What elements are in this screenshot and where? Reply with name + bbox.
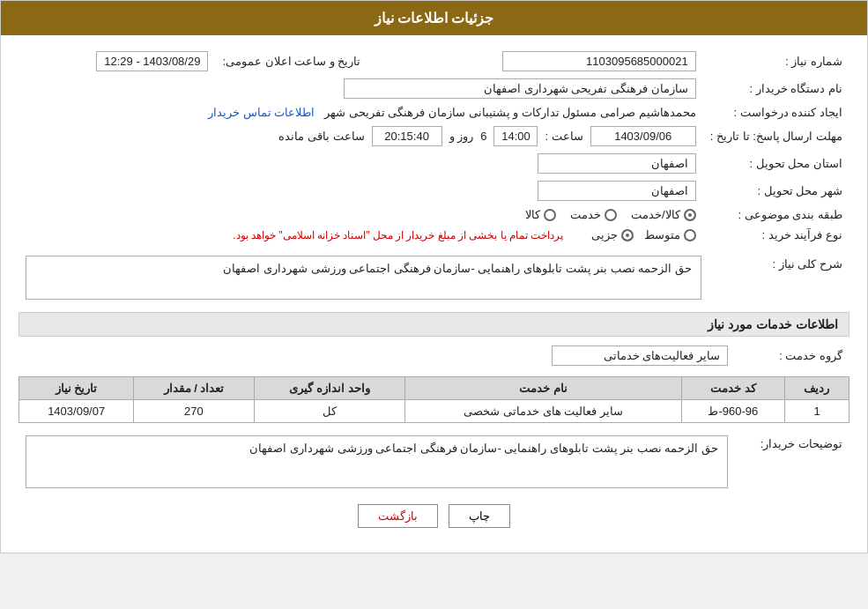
page-wrapper: جزئیات اطلاعات نیاز شماره نیاز : 1103095… bbox=[0, 0, 868, 553]
footer-buttons: چاپ بازگشت bbox=[19, 504, 849, 528]
baqi-value: 20:15:40 bbox=[372, 126, 442, 146]
row-dasteghah: نام دستگاه خریدار : سازمان فرهنگی تفریحی… bbox=[19, 75, 849, 102]
radio-khedmat-item[interactable]: خدمت bbox=[570, 208, 617, 221]
row-ijad: ایجاد کننده درخواست : محمدهاشیم صرامی مس… bbox=[19, 102, 849, 123]
radio-kala-circle bbox=[544, 209, 556, 221]
back-button[interactable]: بازگشت bbox=[358, 504, 438, 528]
radio-kala-khedmat-label: کالا/خدمت bbox=[631, 208, 680, 221]
shahr-value: اصفهان bbox=[538, 181, 696, 201]
dasteghah-value-cell: سازمان فرهنگی تفریحی شهرداری اصفهان bbox=[19, 75, 703, 102]
row-sharh: شرح کلی نیاز : حق الزحمه نصب بنر پشت تاب… bbox=[19, 252, 849, 303]
ijad-value: محمدهاشیم صرامی مسئول تداركات و پشتیبانی… bbox=[324, 106, 696, 119]
sharh-value: حق الزحمه نصب بنر پشت تابلوهای راهنمایی … bbox=[26, 256, 701, 300]
tawzih-value: حق الزحمه نصب بنر پشت تابلوهای راهنمایی … bbox=[26, 435, 728, 488]
row-mohlat: مهلت ارسال پاسخ: تا تاریخ : 1403/09/06 س… bbox=[19, 123, 849, 150]
radio-kala-khedmat-circle bbox=[684, 209, 696, 221]
radio-khedmat-label: خدمت bbox=[570, 208, 601, 221]
farayand-motawaset-item[interactable]: متوسط bbox=[644, 228, 696, 241]
sharh-value-cell: حق الزحمه نصب بنر پشت تابلوهای راهنمایی … bbox=[19, 252, 708, 303]
rooz-label: روز و bbox=[449, 130, 474, 143]
saat-label: ساعت : bbox=[545, 130, 582, 143]
tabaqe-radios: کالا/خدمت خدمت کالا bbox=[26, 208, 696, 221]
cell-kod: 960-96-ط bbox=[681, 400, 784, 423]
row-farayand: نوع فرآیند خرید : متوسط جزیی پرداخت تمام… bbox=[19, 225, 849, 245]
farayand-text: پرداخت تمام یا بخشی از مبلغ خریدار از مح… bbox=[233, 229, 563, 241]
ijad-label: ایجاد کننده درخواست : bbox=[703, 102, 849, 123]
niaz-value: 1103095685000021 bbox=[502, 51, 696, 71]
tarikh-label: تاریخ و ساعت اعلان عمومی: bbox=[215, 48, 378, 75]
baqi-label: ساعت باقی مانده bbox=[278, 130, 364, 143]
farayand-jozi-item[interactable]: جزیی bbox=[591, 228, 634, 241]
ostan-value-cell: اصفهان bbox=[19, 150, 703, 177]
farayand-motawaset-label: متوسط bbox=[644, 228, 680, 241]
niaz-value-cell: 1103095685000021 bbox=[379, 48, 703, 75]
ostan-value: اصفهان bbox=[538, 153, 696, 174]
row-tabaqe: طبقه بندی موضوعی : کالا/خدمت خدمت bbox=[19, 204, 849, 225]
tabaqe-value-cell: کالا/خدمت خدمت کالا bbox=[19, 204, 703, 225]
gorohe-value-cell: سایر فعالیت‌های خدماتی bbox=[19, 342, 735, 369]
khedmat-section-header: اطلاعات خدمات مورد نیاز bbox=[19, 312, 849, 337]
farayand-label: نوع فرآیند خرید : bbox=[703, 225, 849, 245]
col-name: نام خدمت bbox=[405, 377, 681, 400]
page-title: جزئیات اطلاعات نیاز bbox=[375, 11, 494, 26]
niaz-label: شماره نیاز : bbox=[703, 48, 849, 75]
gorohe-table: گروه خدمت : سایر فعالیت‌های خدماتی bbox=[19, 342, 849, 369]
radio-kala-khedmat-item[interactable]: کالا/خدمت bbox=[631, 208, 696, 221]
sharh-label: شرح کلی نیاز : bbox=[708, 252, 849, 303]
shahr-label: شهر محل تحویل : bbox=[703, 177, 849, 204]
row-tawzih: توضیحات خریدار: حق الزحمه نصب بنر پشت تا… bbox=[19, 432, 849, 492]
date-value: 1403/09/06 bbox=[590, 126, 696, 146]
table-row: 1960-96-طسایر فعالیت های خدماتی شخصیکل27… bbox=[19, 400, 849, 423]
cell-name: سایر فعالیت های خدماتی شخصی bbox=[405, 400, 681, 423]
services-header-row: ردیف کد خدمت نام خدمت واحد اندازه گیری ت… bbox=[19, 377, 849, 400]
col-radif: ردیف bbox=[784, 377, 849, 400]
radio-kala-label: کالا bbox=[525, 208, 540, 221]
radio-khedmat-circle bbox=[605, 209, 617, 221]
cell-tedad: 270 bbox=[134, 400, 254, 423]
cell-radif: 1 bbox=[784, 400, 849, 423]
ijad-link[interactable]: اطلاعات تماس خریدار bbox=[208, 106, 315, 119]
page-header: جزئیات اطلاعات نیاز bbox=[1, 1, 867, 35]
cell-tarikh: 1403/09/07 bbox=[19, 400, 134, 423]
col-tarikh: تاریخ نیاز bbox=[19, 377, 134, 400]
mohlat-row: 1403/09/06 ساعت : 14:00 6 روز و 20:15:40… bbox=[26, 126, 696, 146]
sharh-table: شرح کلی نیاز : حق الزحمه نصب بنر پشت تاب… bbox=[19, 252, 849, 303]
tawzih-table: توضیحات خریدار: حق الزحمه نصب بنر پشت تا… bbox=[19, 432, 849, 492]
dasteghah-value: سازمان فرهنگی تفریحی شهرداری اصفهان bbox=[344, 78, 696, 99]
farayand-motawaset-circle bbox=[684, 229, 696, 241]
services-table-body: 1960-96-طسایر فعالیت های خدماتی شخصیکل27… bbox=[19, 400, 849, 423]
row-ostan: استان محل تحویل : اصفهان bbox=[19, 150, 849, 177]
tabaqe-label: طبقه بندی موضوعی : bbox=[703, 204, 849, 225]
ijad-value-cell: محمدهاشیم صرامی مسئول تداركات و پشتیبانی… bbox=[19, 102, 703, 123]
mohlat-label: مهلت ارسال پاسخ: تا تاریخ : bbox=[703, 123, 849, 150]
saat-value: 14:00 bbox=[493, 126, 538, 146]
mohlat-value-cell: 1403/09/06 ساعت : 14:00 6 روز و 20:15:40… bbox=[19, 123, 703, 150]
farayand-value-cell: متوسط جزیی پرداخت تمام یا بخشی از مبلغ خ… bbox=[19, 225, 703, 245]
main-info-table: شماره نیاز : 1103095685000021 تاریخ و سا… bbox=[19, 48, 849, 245]
rooz-value: 6 bbox=[480, 130, 486, 143]
content-area: شماره نیاز : 1103095685000021 تاریخ و سا… bbox=[1, 35, 867, 553]
row-shahr: شهر محل تحویل : اصفهان bbox=[19, 177, 849, 204]
services-table-head: ردیف کد خدمت نام خدمت واحد اندازه گیری ت… bbox=[19, 377, 849, 400]
dasteghah-label: نام دستگاه خریدار : bbox=[703, 75, 849, 102]
col-kod: کد خدمت bbox=[681, 377, 784, 400]
gorohe-value: سایر فعالیت‌های خدماتی bbox=[552, 345, 728, 366]
tarikh-value: 1403/08/29 - 12:29 bbox=[96, 51, 208, 71]
tarikh-value-cell: 1403/08/29 - 12:29 bbox=[19, 48, 215, 75]
farayand-jozi-label: جزیی bbox=[591, 228, 618, 241]
shahr-value-cell: اصفهان bbox=[19, 177, 703, 204]
services-table: ردیف کد خدمت نام خدمت واحد اندازه گیری ت… bbox=[19, 376, 849, 423]
ostan-label: استان محل تحویل : bbox=[703, 150, 849, 177]
print-button[interactable]: چاپ bbox=[449, 504, 510, 528]
row-niaz: شماره نیاز : 1103095685000021 تاریخ و سا… bbox=[19, 48, 849, 75]
row-gorohe: گروه خدمت : سایر فعالیت‌های خدماتی bbox=[19, 342, 849, 369]
gorohe-label: گروه خدمت : bbox=[735, 342, 849, 369]
col-tedad: تعداد / مقدار bbox=[134, 377, 254, 400]
radio-kala-item[interactable]: کالا bbox=[525, 208, 556, 221]
tawzih-value-cell: حق الزحمه نصب بنر پشت تابلوهای راهنمایی … bbox=[19, 432, 735, 492]
col-vahid: واحد اندازه گیری bbox=[254, 377, 405, 400]
cell-vahid: کل bbox=[254, 400, 405, 423]
farayand-jozi-circle bbox=[621, 229, 634, 241]
tawzih-label: توضیحات خریدار: bbox=[735, 432, 849, 492]
farayand-row: متوسط جزیی پرداخت تمام یا بخشی از مبلغ خ… bbox=[26, 228, 696, 241]
